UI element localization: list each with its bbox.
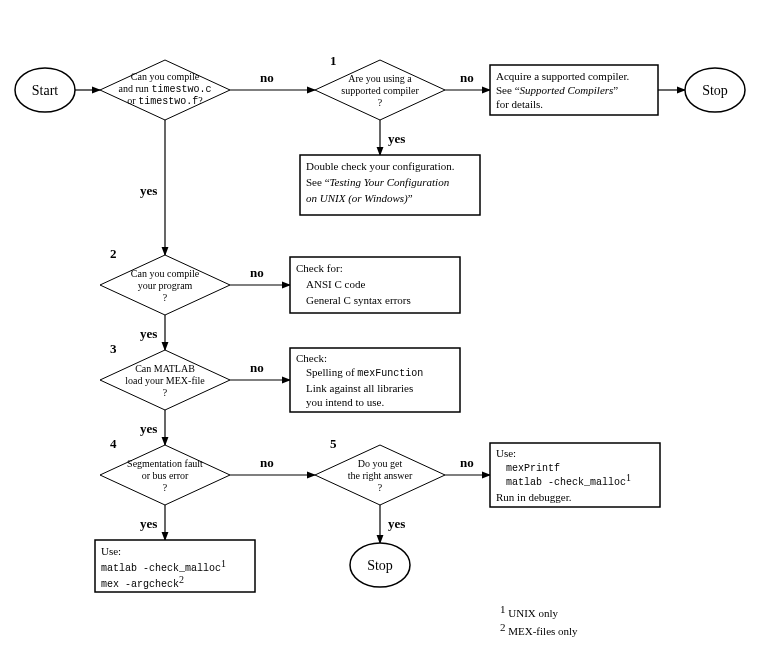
start-label: Start [32, 83, 59, 98]
p4-line1: Check: [296, 352, 327, 364]
p3-line1: Check for: [296, 262, 343, 274]
edge-d3-no-label: no [250, 360, 264, 375]
d0-line2: and run timestwo.c [119, 83, 212, 95]
edge-d0-no-label: no [260, 70, 274, 85]
p2-line3: on UNIX (or Windows)” [306, 192, 413, 205]
p3-line3: General C syntax errors [306, 294, 411, 306]
d1-number: 1 [330, 53, 337, 68]
p6-line2: mexPrintf [506, 463, 560, 474]
d5-number: 5 [330, 436, 337, 451]
p3-line2: ANSI C code [306, 278, 365, 290]
p2-line1: Double check your configuration. [306, 160, 455, 172]
d1-line1: Are you using a [348, 73, 412, 84]
edge-d5-yes-label: yes [388, 516, 405, 531]
edge-d2-no-label: no [250, 265, 264, 280]
d3-line1: Can MATLAB [135, 363, 195, 374]
edge-d4-yes-label: yes [140, 516, 157, 531]
p1-line1: Acquire a supported compiler. [496, 70, 629, 82]
edge-d1-yes-label: yes [388, 131, 405, 146]
d0-line1: Can you compile [131, 71, 200, 82]
p4-line3: Link against all libraries [306, 382, 413, 394]
d1-line2: supported compiler [341, 85, 419, 96]
stop2-label: Stop [367, 558, 393, 573]
p1-line3: for details. [496, 98, 543, 110]
d2-number: 2 [110, 246, 117, 261]
d2-line1: Can you compile [131, 268, 200, 279]
d5-line3: ? [378, 482, 383, 493]
p5-line1: Use: [101, 545, 121, 557]
p6-line1: Use: [496, 447, 516, 459]
d5-line1: Do you get [358, 458, 403, 469]
d0-line3: or timestwo.f? [127, 95, 203, 107]
d3-number: 3 [110, 341, 117, 356]
flowchart-diagram: Start Can you compile and run timestwo.c… [0, 0, 765, 658]
edge-d5-no-label: no [460, 455, 474, 470]
footnote-2: 2 MEX-files only [500, 621, 578, 637]
p4-line4: you intend to use. [306, 396, 384, 408]
d4-line2: or bus error [142, 470, 189, 481]
d4-number: 4 [110, 436, 117, 451]
d5-line2: the right answer [348, 470, 413, 481]
p6-line4: Run in debugger. [496, 491, 572, 503]
d1-line3: ? [378, 97, 383, 108]
d4-line1: Segmentation fault [127, 458, 203, 469]
edge-d3-yes-label: yes [140, 421, 157, 436]
edge-d0-yes-label: yes [140, 183, 157, 198]
p4-line2: Spelling of mexFunction [306, 366, 423, 379]
edge-d1-no-label: no [460, 70, 474, 85]
p1-line2: See “Supported Compilers” [496, 84, 618, 96]
edge-d4-no-label: no [260, 455, 274, 470]
d2-line3: ? [163, 292, 168, 303]
p2-line2: See “Testing Your Configuration [306, 176, 450, 188]
edge-d2-yes-label: yes [140, 326, 157, 341]
d3-line3: ? [163, 387, 168, 398]
stop1-label: Stop [702, 83, 728, 98]
d4-line3: ? [163, 482, 168, 493]
d2-line2: your program [138, 280, 193, 291]
footnote-1: 1 UNIX only [500, 603, 559, 619]
d3-line2: load your MEX-file [125, 375, 205, 386]
